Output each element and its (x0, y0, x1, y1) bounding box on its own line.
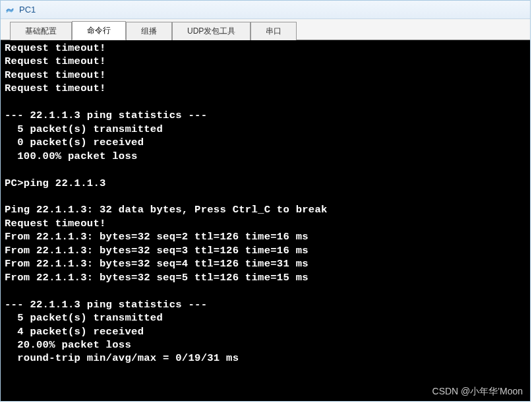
titlebar: PC1 (1, 1, 530, 19)
app-window: PC1 基础配置 命令行 组播 UDP发包工具 串口 Request timeo… (0, 0, 531, 402)
tab-multicast[interactable]: 组播 (126, 22, 172, 40)
app-icon (5, 5, 15, 15)
terminal-output[interactable]: Request timeout! Request timeout! Reques… (1, 40, 530, 401)
tab-serial[interactable]: 串口 (251, 22, 297, 40)
tab-bar: 基础配置 命令行 组播 UDP发包工具 串口 (1, 19, 530, 40)
window-title: PC1 (19, 5, 36, 15)
tab-basic-config[interactable]: 基础配置 (10, 22, 72, 40)
tab-udp-tool[interactable]: UDP发包工具 (172, 22, 251, 40)
watermark: CSDN @小年华'Moon (432, 386, 523, 398)
tab-command-line[interactable]: 命令行 (72, 21, 126, 40)
